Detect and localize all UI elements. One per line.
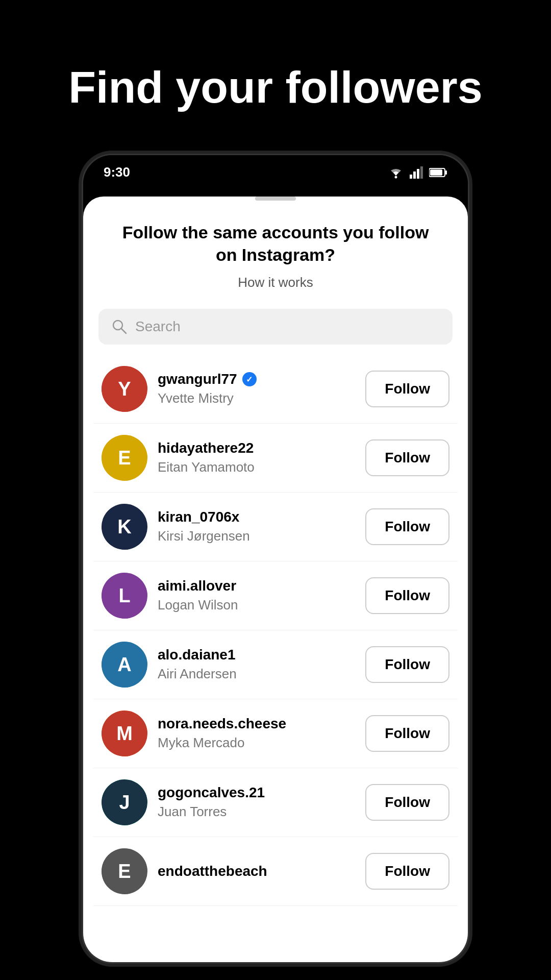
avatar: A [102,642,147,688]
svg-line-9 [121,329,126,333]
avatar: E [102,848,147,894]
svg-text:K: K [117,516,132,537]
svg-text:Y: Y [118,378,131,400]
search-icon [111,318,128,335]
verified-badge: ✓ [242,372,257,386]
username-text: gwangurl77 [158,371,237,387]
user-info: gogoncalves.21Juan Torres [158,785,355,820]
username-row: kiran_0706x [158,509,355,525]
username-text: aimi.allover [158,578,236,594]
username-row: hidayathere22 [158,440,355,456]
sheet-title: Follow the same accounts you follow on I… [83,201,468,266]
username-row: gogoncalves.21 [158,785,355,801]
svg-text:J: J [119,792,130,813]
search-container[interactable]: Search [98,309,453,345]
svg-text:M: M [116,723,133,744]
phone-frame: 9:30 Follow the same [82,154,469,964]
status-bar-right [387,166,447,179]
username-row: endoatthebeach [158,863,355,879]
follow-button[interactable]: Follow [365,715,449,752]
username-text: gogoncalves.21 [158,785,265,801]
user-row: Ygwangurl77✓Yvette MistryFollow [93,355,458,424]
search-placeholder-text: Search [135,318,181,335]
user-info: kiran_0706xKirsi Jørgensen [158,509,355,544]
follow-button[interactable]: Follow [365,577,449,614]
user-row: EendoatthebeachFollow [93,837,458,906]
username-text: kiran_0706x [158,509,239,525]
user-info: endoatthebeach [158,863,355,879]
signal-icon [410,166,424,179]
hero-section: Find your followers [28,0,523,154]
svg-rect-2 [413,172,416,179]
avatar: L [102,573,147,619]
status-bar: 9:30 [83,155,468,187]
avatar: M [102,710,147,756]
display-name: Juan Torres [158,804,355,820]
user-row: Aalo.daiane1Airi AndersenFollow [93,630,458,699]
verified-checkmark: ✓ [246,375,253,384]
avatar: Y [102,366,147,412]
display-name: Yvette Mistry [158,390,355,406]
username-row: gwangurl77✓ [158,371,355,387]
avatar: E [102,435,147,481]
display-name: Myka Mercado [158,735,355,751]
svg-point-0 [395,176,397,178]
username-row: alo.daiane1 [158,647,355,663]
svg-rect-7 [445,170,447,175]
user-list: Ygwangurl77✓Yvette MistryFollowEhidayath… [83,355,468,906]
follow-button[interactable]: Follow [365,508,449,545]
svg-text:E: E [118,861,131,882]
follow-button[interactable]: Follow [365,439,449,476]
how-it-works-link[interactable]: How it works [83,275,468,290]
user-row: Jgogoncalves.21Juan TorresFollow [93,768,458,837]
svg-text:A: A [117,654,131,675]
svg-rect-6 [430,169,442,176]
username-text: hidayathere22 [158,440,254,456]
user-info: nora.needs.cheeseMyka Mercado [158,716,355,751]
follow-button[interactable]: Follow [365,784,449,821]
user-info: gwangurl77✓Yvette Mistry [158,371,355,406]
phone-content: Follow the same accounts you follow on I… [83,197,468,962]
svg-rect-3 [417,169,419,179]
user-info: hidayathere22Eitan Yamamoto [158,440,355,475]
display-name: Logan Wilson [158,597,355,613]
svg-rect-1 [410,175,412,179]
username-text: nora.needs.cheese [158,716,286,732]
user-row: Mnora.needs.cheeseMyka MercadoFollow [93,699,458,768]
username-row: aimi.allover [158,578,355,594]
follow-button[interactable]: Follow [365,646,449,683]
display-name: Airi Andersen [158,666,355,682]
drag-handle [255,197,296,201]
wifi-icon [387,166,405,179]
follow-button[interactable]: Follow [365,371,449,407]
svg-rect-4 [420,166,423,179]
avatar: J [102,779,147,825]
display-name: Kirsi Jørgensen [158,528,355,544]
follow-button[interactable]: Follow [365,853,449,890]
user-row: Ehidayathere22Eitan YamamotoFollow [93,424,458,493]
user-info: alo.daiane1Airi Andersen [158,647,355,682]
display-name: Eitan Yamamoto [158,459,355,475]
battery-icon [429,167,447,178]
hero-title: Find your followers [28,61,523,113]
time-display: 9:30 [104,164,130,180]
svg-text:L: L [118,585,130,606]
username-text: alo.daiane1 [158,647,236,663]
user-row: Kkiran_0706xKirsi JørgensenFollow [93,493,458,561]
svg-text:E: E [118,447,131,469]
username-text: endoatthebeach [158,863,267,879]
username-row: nora.needs.cheese [158,716,355,732]
user-row: Laimi.alloverLogan WilsonFollow [93,561,458,630]
avatar: K [102,504,147,550]
user-info: aimi.alloverLogan Wilson [158,578,355,613]
